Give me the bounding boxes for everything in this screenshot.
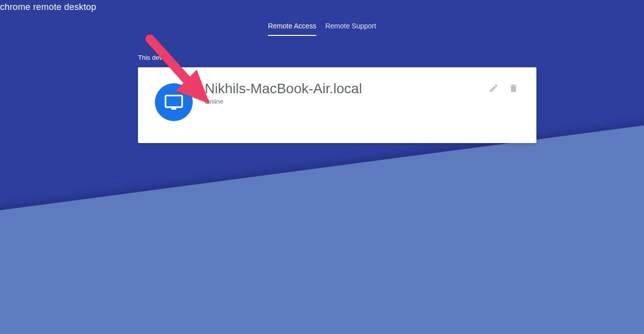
edit-button[interactable] xyxy=(488,83,500,95)
section-label-this-device: This device xyxy=(138,54,536,61)
device-name: Nikhils-MacBook-Air.local xyxy=(205,81,488,97)
background xyxy=(0,0,644,334)
monitor-icon xyxy=(155,83,193,121)
device-card[interactable]: Nikhils-MacBook-Air.local Online xyxy=(138,67,536,143)
device-status: Online xyxy=(205,98,488,105)
delete-button[interactable] xyxy=(508,83,519,95)
pencil-icon xyxy=(489,83,499,95)
app-logo: chrome remote desktop xyxy=(0,2,96,12)
trash-icon xyxy=(509,83,518,95)
tab-remote-access[interactable]: Remote Access xyxy=(268,18,316,36)
nav-tabs: Remote Access Remote Support xyxy=(0,18,644,36)
tab-remote-support[interactable]: Remote Support xyxy=(325,18,376,36)
